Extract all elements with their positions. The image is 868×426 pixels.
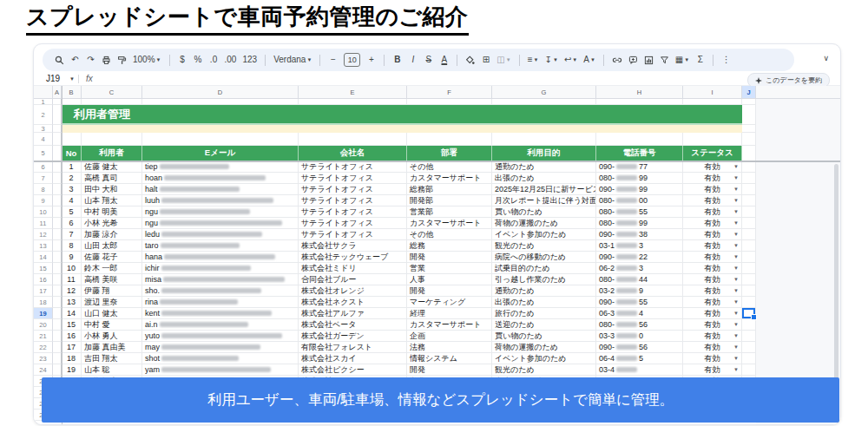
cell-department[interactable]: 開発: [407, 285, 492, 297]
cell-no[interactable]: 16: [62, 331, 82, 342]
cell-purpose[interactable]: 買い物のため: [492, 206, 596, 218]
empty-cell[interactable]: [53, 274, 62, 285]
cell-email[interactable]: rina: [142, 297, 299, 308]
print-icon[interactable]: [102, 56, 111, 65]
cell-no[interactable]: 11: [62, 274, 82, 285]
cell-no[interactable]: 12: [62, 285, 82, 297]
empty-cell[interactable]: [53, 342, 62, 353]
cell-company[interactable]: 株式会社テックウェーブ: [299, 252, 407, 263]
cell-status[interactable]: 有効▼: [683, 274, 742, 285]
cell-company[interactable]: 合同会社ブルー: [299, 274, 407, 285]
empty-cell[interactable]: [407, 133, 492, 146]
cell-email[interactable]: sho.: [142, 285, 299, 297]
cell-purpose[interactable]: 観光のため: [492, 240, 596, 252]
empty-cell[interactable]: [62, 99, 82, 105]
collapse-toolbar-icon[interactable]: ∨: [823, 54, 829, 62]
cell-status[interactable]: 有効▼: [683, 206, 742, 218]
status-dropdown-icon[interactable]: ▼: [733, 367, 739, 372]
empty-cell[interactable]: [742, 252, 756, 263]
cell-email[interactable]: kent: [142, 308, 299, 319]
select-all-corner[interactable]: [34, 86, 53, 98]
cell-department[interactable]: 総務部: [407, 184, 492, 195]
cell-department[interactable]: カスタマーサポート: [407, 319, 492, 331]
cell-user-name[interactable]: 鈴木 一郎: [82, 263, 142, 274]
fill-handle[interactable]: [751, 314, 757, 320]
empty-cell[interactable]: [742, 206, 756, 218]
cell-company[interactable]: 株式会社サクラ: [299, 240, 407, 252]
column-header-B[interactable]: B: [62, 86, 82, 98]
cell-email[interactable]: luuh: [142, 195, 299, 206]
cell-status[interactable]: 有効▼: [683, 319, 742, 331]
cell-email[interactable]: halt: [142, 184, 299, 195]
row-header-15[interactable]: 15: [34, 263, 53, 274]
row-header-22[interactable]: 22: [34, 342, 53, 353]
empty-cell[interactable]: [742, 240, 756, 252]
empty-cell[interactable]: [53, 308, 62, 319]
status-dropdown-icon[interactable]: ▼: [733, 175, 739, 180]
vertical-align-icon[interactable]: ↧▼: [545, 56, 558, 64]
insert-link-icon[interactable]: [612, 56, 622, 64]
row-header-19[interactable]: 19: [34, 308, 53, 319]
cell-phone[interactable]: 080-00: [596, 195, 683, 206]
empty-cell[interactable]: [742, 125, 756, 133]
cell-user-name[interactable]: 吉田 翔太: [82, 353, 142, 364]
column-title-4[interactable]: 会社名: [299, 146, 407, 161]
cell-status[interactable]: 有効▼: [683, 353, 742, 364]
cell-status[interactable]: 有効▼: [683, 342, 742, 353]
cell-no[interactable]: 1: [62, 161, 82, 173]
status-dropdown-icon[interactable]: ▼: [733, 265, 739, 271]
row-header-1[interactable]: 1: [34, 99, 53, 105]
cell-company[interactable]: サテライトオフィス: [299, 206, 407, 218]
column-header-C[interactable]: C: [82, 86, 142, 98]
column-title-5[interactable]: 部署: [407, 146, 492, 161]
cell-department[interactable]: 経理: [407, 308, 492, 319]
cell-phone[interactable]: 080-99: [596, 173, 683, 184]
cell-company[interactable]: サテライトオフィス: [299, 161, 407, 173]
row-header-21[interactable]: 21: [34, 331, 53, 342]
status-dropdown-icon[interactable]: ▼: [733, 288, 739, 293]
empty-cell[interactable]: [53, 218, 62, 229]
cell-company[interactable]: 株式会社オレンジ: [299, 285, 407, 297]
empty-cell[interactable]: [742, 353, 756, 364]
cell-status[interactable]: 有効▼: [683, 252, 742, 263]
cell-status[interactable]: 有効▼: [683, 285, 742, 297]
empty-cell[interactable]: [53, 146, 62, 161]
cell-department[interactable]: マーケティング: [407, 297, 492, 308]
cell-company[interactable]: 株式会社ピクシー: [299, 364, 407, 376]
italic-icon[interactable]: I: [408, 56, 418, 64]
cell-phone[interactable]: 06-23: [596, 263, 683, 274]
cell-email[interactable]: ngu: [142, 218, 299, 229]
empty-cell[interactable]: [742, 133, 756, 146]
column-title-8[interactable]: ステータス: [683, 146, 742, 161]
row-header-13[interactable]: 13: [34, 240, 53, 252]
empty-cell[interactable]: [53, 206, 62, 218]
empty-cell[interactable]: [492, 133, 596, 146]
column-header-D[interactable]: D: [142, 86, 299, 98]
status-dropdown-icon[interactable]: ▼: [733, 277, 739, 282]
cell-purpose[interactable]: 試乗目的のため: [492, 263, 596, 274]
empty-cell[interactable]: [82, 99, 142, 105]
horizontal-align-icon[interactable]: ≡▼: [528, 56, 539, 64]
cell-status[interactable]: 有効▼: [683, 218, 742, 229]
row-header-18[interactable]: 18: [34, 297, 53, 308]
cell-department[interactable]: その他: [407, 229, 492, 240]
row-header-12[interactable]: 12: [34, 229, 53, 240]
empty-cell[interactable]: [53, 285, 62, 297]
column-header-J[interactable]: J: [742, 86, 756, 98]
cell-no[interactable]: 10: [62, 263, 82, 274]
insert-comment-icon[interactable]: [628, 56, 638, 65]
cell-department[interactable]: 法務: [407, 342, 492, 353]
cell-purpose[interactable]: 出張のため: [492, 297, 596, 308]
cell-company[interactable]: 株式会社ミドリ: [299, 263, 407, 274]
cell-status[interactable]: 有効▼: [683, 173, 742, 184]
cell-phone[interactable]: 090-56: [596, 342, 683, 353]
decrease-decimal-icon[interactable]: .0: [209, 56, 219, 64]
empty-cell[interactable]: [742, 285, 756, 297]
cell-status[interactable]: 有効▼: [683, 229, 742, 240]
cell-user-name[interactable]: 伊藤 翔: [82, 285, 142, 297]
status-dropdown-icon[interactable]: ▼: [733, 187, 739, 192]
cell-user-name[interactable]: 山本 翔太: [82, 195, 142, 206]
status-dropdown-icon[interactable]: ▼: [733, 164, 739, 169]
cell-user-name[interactable]: 小林 光希: [82, 218, 142, 229]
empty-cell[interactable]: [53, 252, 62, 263]
